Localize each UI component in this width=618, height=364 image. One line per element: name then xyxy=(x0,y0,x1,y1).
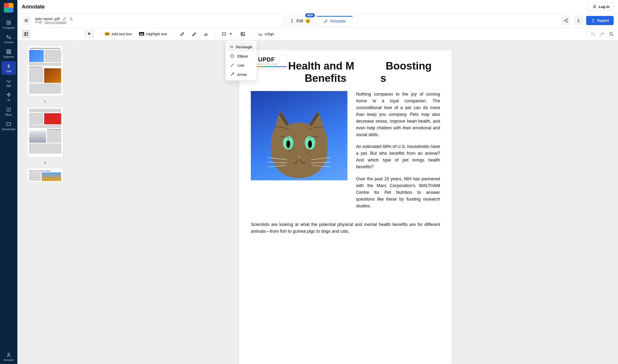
thumbnails-toggle[interactable] xyxy=(22,30,30,38)
nav-sign[interactable]: Sign xyxy=(1,76,16,89)
chevron-down-icon xyxy=(228,32,233,37)
nav-label: More xyxy=(6,113,12,116)
shape-ellipse[interactable]: Ellipse xyxy=(227,52,255,61)
search-button[interactable] xyxy=(609,32,614,37)
paragraph: An estimated 68% of U.S. households have… xyxy=(356,143,440,170)
shape-tool[interactable] xyxy=(219,29,236,39)
shape-label: Rectangle xyxy=(236,45,252,49)
mode-tabs: Edit ★ NEW Annotate xyxy=(283,16,353,26)
thumbnail-page-2[interactable]: Animals Helping People xyxy=(27,107,63,157)
thumb-number: 2 xyxy=(44,161,46,165)
eraser-icon xyxy=(204,32,209,37)
rectangle-icon xyxy=(222,32,226,37)
hamburger-icon xyxy=(24,18,28,23)
menu-button[interactable] xyxy=(22,16,31,25)
nav-organize[interactable]: Organize xyxy=(1,47,16,60)
shape-label: Ellipse xyxy=(237,54,248,58)
document-page: UPDF WWW.UPDF.COM Health and MBoosting B… xyxy=(239,50,452,364)
nav-ai[interactable]: AI xyxy=(1,90,16,104)
nav-account[interactable]: Account xyxy=(1,350,16,364)
login-button[interactable]: Log in xyxy=(588,2,614,11)
svg-rect-16 xyxy=(70,19,72,20)
cursor-tool[interactable] xyxy=(84,29,95,39)
shape-label: Arrow xyxy=(237,72,247,77)
svg-point-30 xyxy=(286,140,290,148)
svg-point-5 xyxy=(7,108,8,109)
svg-rect-26 xyxy=(231,46,232,48)
image-tool[interactable] xyxy=(238,29,248,39)
svg-rect-21 xyxy=(26,33,28,36)
svg-point-13 xyxy=(10,111,11,112)
pen-tool[interactable] xyxy=(177,29,188,39)
tool-label: eSign xyxy=(265,32,274,36)
nav-more[interactable]: More xyxy=(1,105,16,118)
text-box-icon: Ab xyxy=(104,32,110,36)
tool-label: Highlight text xyxy=(146,32,167,36)
shape-line[interactable]: Line xyxy=(227,61,255,70)
page-title: Annotate xyxy=(22,4,45,10)
user-icon xyxy=(592,5,597,9)
image-icon xyxy=(240,32,245,37)
nav-label: Sign xyxy=(6,84,11,87)
undo-button[interactable] xyxy=(591,32,595,37)
shape-label: Line xyxy=(237,63,244,67)
svg-rect-4 xyxy=(9,52,11,53)
tab-edit[interactable]: Edit ★ NEW xyxy=(283,16,317,26)
thumb-number: 1 xyxy=(44,99,46,103)
svg-point-15 xyxy=(594,5,595,7)
thumbnail-page-3[interactable]: A Key Phase in the History of Tourism xyxy=(27,168,63,182)
document-image xyxy=(251,91,348,180)
save-link[interactable]: Save to Smallpdf xyxy=(44,21,66,24)
highlight-tool[interactable]: Ab Highlight text xyxy=(136,29,170,39)
filebar: pets report .pdf 4 MB · Save to Smallpdf… xyxy=(17,13,618,27)
document-canvas[interactable]: UPDF WWW.UPDF.COM Health and MBoosting B… xyxy=(73,40,618,364)
download-button[interactable] xyxy=(574,16,583,25)
paragraph: Scientists are looking at what the poten… xyxy=(251,221,440,235)
nav-compress[interactable]: Compress xyxy=(1,18,16,31)
shape-rectangle[interactable]: Rectangle xyxy=(227,42,255,52)
export-button[interactable]: Export xyxy=(586,16,614,25)
file-size: 4 MB xyxy=(35,21,42,24)
arrow-icon xyxy=(230,72,234,77)
tool-label: Add text box xyxy=(112,32,131,36)
marker-tool[interactable] xyxy=(189,29,200,39)
sidebar-icon xyxy=(24,32,28,36)
tab-annotate[interactable]: Annotate xyxy=(317,16,352,26)
svg-rect-2 xyxy=(9,50,11,51)
eraser-tool[interactable] xyxy=(201,29,212,39)
tab-label: Annotate xyxy=(330,19,346,23)
svg-point-17 xyxy=(566,19,568,20)
add-text-tool[interactable]: Ab Add text box xyxy=(102,29,135,39)
svg-rect-22 xyxy=(222,33,225,35)
nav-convert[interactable]: Convert xyxy=(1,32,16,46)
signature-icon xyxy=(258,32,263,37)
rectangle-icon xyxy=(230,45,233,49)
thumbnail-page-1[interactable]: Health and Mood-Boosting Benefits of Pet… xyxy=(27,45,63,96)
svg-point-18 xyxy=(564,20,566,21)
svg-point-12 xyxy=(8,111,9,112)
cursor-icon xyxy=(87,32,92,37)
nav-documents[interactable]: Documents xyxy=(1,119,16,133)
watermark-text: UPDF xyxy=(258,56,275,63)
paragraph: Nothing compares to the joy of coming ho… xyxy=(356,91,440,138)
svg-point-19 xyxy=(566,21,568,23)
new-badge: NEW xyxy=(305,13,315,17)
brand-logo[interactable] xyxy=(4,3,13,13)
download-icon xyxy=(576,18,580,23)
esign-tool[interactable]: eSign xyxy=(255,29,277,39)
svg-point-9 xyxy=(8,109,9,110)
paragraph: Over the past 10 years, NIH has partnere… xyxy=(356,176,440,209)
nav-label: Organize xyxy=(3,55,14,58)
share-icon xyxy=(564,18,568,23)
redo-button[interactable] xyxy=(600,32,605,37)
shape-arrow[interactable]: Arrow xyxy=(227,70,255,79)
thumbnail-panel: Health and Mood-Boosting Benefits of Pet… xyxy=(17,40,73,364)
shape-dropdown: Rectangle Ellipse Line Arrow xyxy=(225,40,257,81)
nav-edit[interactable]: Edit xyxy=(1,61,16,75)
svg-point-10 xyxy=(10,109,11,110)
lock-icon[interactable] xyxy=(69,17,73,21)
document-text-column: Nothing compares to the joy of coming ho… xyxy=(356,91,440,215)
rename-icon[interactable] xyxy=(63,17,66,21)
nav-rail: Compress Convert Organize Edit Sign AI M… xyxy=(0,0,17,364)
share-button[interactable] xyxy=(561,16,571,25)
